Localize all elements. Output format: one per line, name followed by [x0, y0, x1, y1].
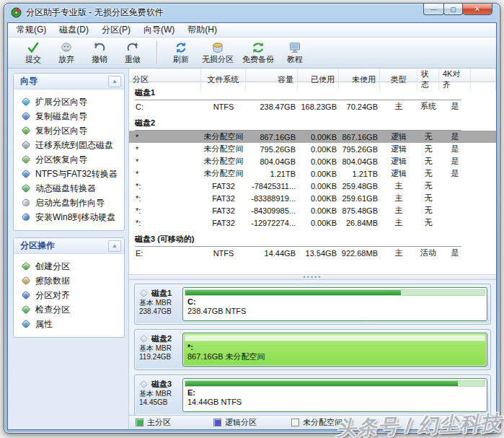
toolbar-button-submit-check[interactable]: 提交	[17, 39, 50, 67]
disk-info-label: 磁盘1基本 MBR238.47GB	[137, 286, 182, 322]
table-row[interactable]: *未分配空间795.26GB0.00KB795.26GB逻辑无是	[129, 143, 496, 155]
copy-disk-wizard-icon	[21, 111, 30, 121]
table-cell: 238.47GB	[246, 102, 298, 111]
maximize-button[interactable]: ▢	[443, 4, 463, 15]
toolbar-button-label: 放弃	[58, 54, 74, 65]
sidebar-item-wizard-2[interactable]: 复制分区向导	[15, 123, 123, 138]
sidebar-item-label: 分区对齐	[35, 289, 70, 302]
table-cell: C:	[129, 102, 201, 111]
sidebar-item-wizard-6[interactable]: 动态磁盘转换器	[15, 181, 123, 196]
table-cell: 主	[380, 217, 417, 228]
extend-partition-wizard-icon	[21, 97, 30, 106]
toolbar-button-free-backup[interactable]: 免费备份	[238, 39, 278, 67]
table-row-selected[interactable]: *未分配空间867.16GB0.00KB867.16GB逻辑无是	[129, 131, 496, 143]
table-header-row: 分区文件系统容量已使用未使用类型状态4K对齐	[129, 69, 496, 82]
properties-icon	[21, 319, 30, 328]
disk-panel-3[interactable]: 磁盘3基本 MBR14.45GBE:14.44GB NTFS	[134, 375, 491, 415]
table-cell: 1.21TB	[339, 170, 380, 178]
disk-name: 磁盘2	[139, 333, 180, 344]
menu-item-3[interactable]: 向导(W)	[137, 22, 181, 38]
disk-name: 磁盘1	[139, 288, 180, 299]
partition-label: E:14.44GB NTFS	[183, 387, 487, 407]
toolbar-button-label: 刷新	[173, 54, 189, 65]
table-cell: *:	[129, 219, 201, 227]
column-header-6[interactable]: 状态	[417, 69, 439, 90]
column-header-5[interactable]: 类型	[380, 69, 417, 90]
usage-strip-used	[185, 381, 458, 386]
table-row[interactable]: *:FAT32-84309985...0.00KB875.48GB主无	[129, 204, 496, 216]
table-cell: 未分配空间	[201, 144, 246, 154]
partition-size-fs: 14.44GB NTFS	[187, 398, 487, 407]
disk-panel-2[interactable]: 磁盘2基本 MBR119.24GB*:867.16GB 未分配空间	[134, 329, 491, 370]
table-cell: 是	[439, 248, 471, 258]
sidebar-item-wizard-0[interactable]: 扩展分区向导	[15, 95, 123, 109]
sidebar-item-wizard-5[interactable]: NTFS与FAT32转换器	[15, 167, 123, 181]
table-row[interactable]: *未分配空间1.21TB0.00KB1.21TB逻辑无是	[129, 167, 496, 180]
partition-block[interactable]: C:238.47GB NTFS	[182, 287, 487, 321]
menu-item-4[interactable]: 帮助(H)	[181, 22, 224, 38]
collapse-chevron-icon[interactable]: ▲	[108, 240, 121, 252]
table-cell: 是	[439, 101, 471, 112]
sidebar-item-wizard-4[interactable]: 分区恢复向导	[15, 152, 123, 167]
table-row[interactable]: C:NTFS238.47GB168.23GB70.24GB主系统是	[129, 100, 496, 113]
sidebar-item-label: 创建分区	[35, 260, 70, 273]
toolbar-button-lossless-disk[interactable]: 无损分区	[198, 39, 238, 67]
sidebar-item-operation-4[interactable]: 属性	[15, 317, 123, 331]
toolbar-button-discard[interactable]: 放弃	[50, 39, 83, 67]
disk-info-label: 磁盘3基本 MBR14.45GB	[137, 377, 182, 413]
partition-drive-letter: C:	[187, 297, 487, 307]
disk-size: 14.45GB	[139, 398, 180, 407]
toolbar-button-undo[interactable]: 撤销	[83, 39, 116, 67]
table-cell: 0.00KB	[298, 133, 339, 141]
table-cell: 逻辑	[380, 156, 417, 167]
disk-type: 基本 MBR	[139, 299, 180, 307]
menu-item-0[interactable]: 常规(G)	[10, 22, 53, 38]
menu-item-1[interactable]: 磁盘(D)	[53, 22, 95, 38]
sidebar-item-wizard-3[interactable]: 迁移系统到固态磁盘	[15, 138, 123, 152]
table-row[interactable]: *:FAT32-78425311...0.00KB259.48GB主无	[129, 180, 496, 192]
sidebar-item-wizard-8[interactable]: 安装Win8到移动硬盘	[15, 210, 123, 224]
dynamic-disk-converter-icon	[21, 183, 30, 193]
table-row[interactable]: *:FAT32-12972274...0.00KB26.84MB主无	[129, 216, 496, 229]
minimize-button[interactable]: —	[423, 4, 444, 15]
column-header-3[interactable]: 已使用	[298, 69, 339, 90]
column-header-4[interactable]: 未使用	[339, 69, 380, 90]
sidebar-item-operation-3[interactable]: 检查分区	[15, 302, 123, 317]
titlebar[interactable]: 分区助手专业版 - 无损分区免费软件 — ▢ ✕	[4, 4, 500, 22]
disk-icon	[140, 335, 148, 343]
partition-block[interactable]: *:867.16GB 未分配空间	[182, 333, 487, 367]
table-row[interactable]: E:NTFS14.44GB13.54GB922.68MB主活动是	[129, 247, 496, 259]
sidebar-item-wizard-7[interactable]: 启动光盘制作向导	[15, 196, 123, 210]
sidebar-item-operation-0[interactable]: 创建分区	[15, 259, 123, 273]
table-cell: 无	[417, 144, 439, 154]
app-icon	[11, 7, 22, 18]
splitter-handle[interactable]: •••••	[129, 274, 496, 280]
ntfs-fat32-converter-icon	[21, 169, 30, 178]
partition-drive-letter: E:	[187, 388, 487, 398]
wipe-data-icon	[21, 276, 30, 285]
toolbar-button-label: 无损分区	[202, 54, 234, 65]
table-cell: FAT32	[201, 206, 246, 215]
table-cell: 主	[380, 101, 417, 112]
toolbar-button-tutorial-monitor[interactable]: 教程	[278, 39, 311, 67]
table-cell: 168.23GB	[298, 102, 339, 111]
toolbar-button-refresh[interactable]: 刷新	[164, 39, 198, 67]
menu-item-2[interactable]: 分区(P)	[95, 22, 137, 38]
disk-panel-1[interactable]: 磁盘1基本 MBR238.47GBC:238.47GB NTFS	[134, 284, 491, 325]
sidebar-item-operation-2[interactable]: 分区对齐	[15, 288, 123, 302]
table-row[interactable]: *未分配空间804.04GB0.00KB804.04GB逻辑无是	[129, 155, 496, 167]
table-cell: 无	[417, 217, 439, 228]
column-header-7[interactable]: 4K对齐	[439, 69, 471, 90]
toolbar-button-redo[interactable]: 重做	[116, 39, 149, 67]
collapse-chevron-icon[interactable]: ▲	[108, 76, 121, 87]
sidebar-item-wizard-1[interactable]: 复制磁盘向导	[15, 109, 123, 123]
close-button[interactable]: ✕	[462, 4, 492, 15]
table-cell: 逻辑	[380, 131, 417, 142]
partition-block[interactable]: E:14.44GB NTFS	[182, 378, 487, 412]
wizard-panel-title: 向导	[20, 75, 37, 87]
table-cell: FAT32	[201, 194, 246, 203]
column-header-2[interactable]: 容量	[246, 69, 298, 90]
table-row[interactable]: *:FAT32-83388919...0.00KB259.61GB主无	[129, 192, 496, 204]
column-header-1[interactable]: 文件系统	[201, 69, 246, 90]
sidebar-item-operation-1[interactable]: 擦除数据	[15, 273, 123, 288]
